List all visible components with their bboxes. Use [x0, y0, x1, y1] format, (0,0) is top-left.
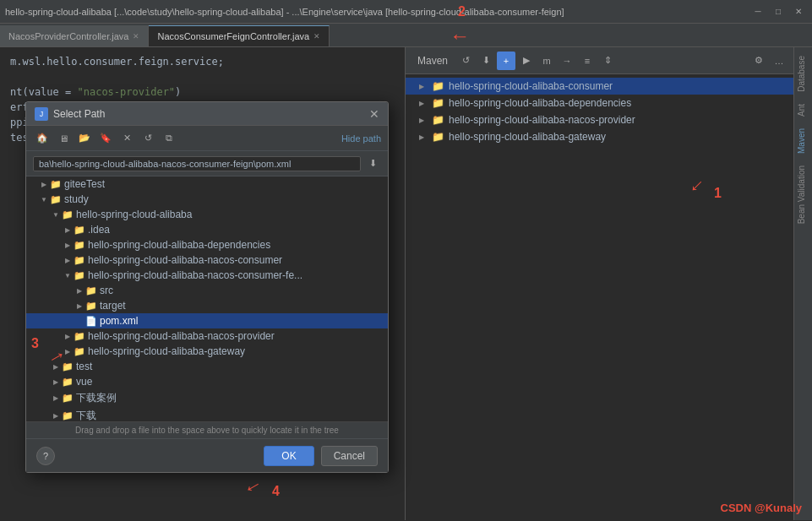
- file-tree[interactable]: ▶ 📁 giteeTest ▼ 📁 study ▼ 📁 hello-spring…: [26, 176, 388, 421]
- bookmark-btn[interactable]: 🔖: [96, 129, 115, 148]
- cancel-button[interactable]: Cancel: [321, 446, 378, 466]
- tree-item-vue[interactable]: ▶ 📁 vue: [26, 374, 388, 389]
- folder-btn[interactable]: 📂: [75, 129, 94, 148]
- tree-item-label: vue: [76, 376, 92, 388]
- folder-icon: 📁: [62, 410, 74, 421]
- folder-icon: 📁: [74, 346, 85, 357]
- tree-item-study[interactable]: ▼ 📁 study: [26, 192, 388, 207]
- tree-item-label: study: [64, 193, 89, 205]
- tree-item-dependencies[interactable]: ▶ 📁 hello-spring-cloud-alibaba-dependenc…: [26, 237, 388, 252]
- tree-item-alibaba[interactable]: ▼ 📁 hello-spring-cloud-alibaba: [26, 207, 388, 222]
- help-button[interactable]: ?: [36, 447, 55, 465]
- path-input[interactable]: [33, 156, 361, 171]
- folder-icon: 📁: [50, 194, 62, 205]
- tree-item-download-cases[interactable]: ▶ 📁 下载案例: [26, 389, 388, 407]
- dialog-title-icon: J: [35, 107, 48, 121]
- dialog-title: Select Path: [53, 108, 369, 120]
- tree-arrow: ▶: [38, 181, 50, 188]
- tree-item-consumer[interactable]: ▶ 📁 hello-spring-cloud-alibaba-nacos-con…: [26, 252, 388, 268]
- tree-item-src[interactable]: ▶ 📁 src: [26, 283, 388, 298]
- tree-item-label: hello-spring-cloud-alibaba-gateway: [88, 345, 245, 357]
- folder-icon: 📁: [74, 225, 85, 236]
- dialog-overlay: J Select Path ✕ 🏠 🖥 📂 🔖 ✕ ↺ ⧉ Hide path …: [0, 0, 812, 521]
- tree-item-idea[interactable]: ▶ 📁 .idea: [26, 222, 388, 237]
- delete-btn[interactable]: ✕: [117, 129, 136, 148]
- folder-icon: 📁: [62, 209, 74, 220]
- desktop-btn[interactable]: 🖥: [54, 129, 73, 148]
- tree-arrow: ▶: [50, 378, 62, 386]
- tree-item-gateway[interactable]: ▶ 📁 hello-spring-cloud-alibaba-gateway: [26, 344, 388, 359]
- tree-arrow: ▶: [62, 348, 74, 355]
- tree-item-nacos-provider[interactable]: ▶ 📁 hello-spring-cloud-alibaba-nacos-pro…: [26, 328, 388, 344]
- tree-item-label: pom.xml: [100, 315, 138, 327]
- tree-arrow: ▼: [50, 211, 62, 219]
- folder-icon: 📁: [85, 285, 97, 296]
- tree-item-consumer-feign[interactable]: ▼ 📁 hello-spring-cloud-alibaba-nacos-con…: [26, 268, 388, 283]
- ok-button[interactable]: OK: [264, 446, 313, 466]
- refresh-btn[interactable]: ↺: [139, 129, 157, 148]
- watermark: CSDN @Kunaly: [721, 502, 802, 514]
- tree-arrow: ▶: [62, 226, 74, 234]
- folder-icon: 📁: [62, 361, 74, 372]
- tree-arrow: ▼: [62, 272, 74, 279]
- dialog-toolbar: 🏠 🖥 📂 🔖 ✕ ↺ ⧉ Hide path: [26, 126, 388, 151]
- tree-item-label: hello-spring-cloud-alibaba-nacos-consume…: [88, 269, 302, 281]
- drag-hint: Drag and drop a file into the space abov…: [26, 421, 388, 438]
- tree-arrow: ▶: [62, 333, 74, 340]
- tree-arrow: ▼: [38, 196, 50, 204]
- tree-item-giteetest[interactable]: ▶ 📁 giteeTest: [26, 176, 388, 192]
- tree-item-download[interactable]: ▶ 📁 下载: [26, 407, 388, 421]
- folder-icon: 📁: [85, 301, 97, 312]
- folder-icon: 📁: [74, 255, 85, 266]
- tree-item-target[interactable]: ▶ 📁 target: [26, 298, 388, 313]
- tree-item-label: hello-spring-cloud-alibaba-nacos-consume…: [88, 254, 282, 266]
- tree-item-label: 下载案例: [76, 391, 117, 405]
- folder-icon: 📁: [74, 331, 85, 342]
- path-input-bar: ⬇: [26, 151, 388, 176]
- tree-item-label: target: [100, 300, 126, 312]
- folder-icon: 📁: [62, 393, 74, 404]
- tree-item-label: hello-spring-cloud-alibaba: [76, 209, 192, 220]
- tree-arrow: ▶: [74, 302, 85, 310]
- folder-icon: 📁: [74, 240, 85, 251]
- tree-arrow: ▶: [62, 242, 74, 249]
- dialog-footer: ? OK Cancel: [26, 438, 388, 472]
- tree-item-label: test: [76, 361, 92, 372]
- tree-item-label: 下载: [76, 409, 96, 421]
- dialog-close-btn[interactable]: ✕: [369, 107, 379, 121]
- copy-btn[interactable]: ⧉: [160, 129, 178, 148]
- xml-file-icon: 📄: [85, 316, 97, 327]
- tree-item-label: giteeTest: [64, 178, 105, 190]
- tree-arrow: ▶: [74, 287, 85, 295]
- tree-item-pom-xml[interactable]: 📄 pom.xml: [26, 313, 388, 328]
- tree-item-label: hello-spring-cloud-alibaba-dependencies: [88, 239, 270, 251]
- select-path-dialog: J Select Path ✕ 🏠 🖥 📂 🔖 ✕ ↺ ⧉ Hide path …: [25, 101, 389, 473]
- tree-item-test[interactable]: ▶ 📁 test: [26, 359, 388, 374]
- tree-arrow: [74, 317, 85, 325]
- path-refresh-icon[interactable]: ⬇: [364, 155, 381, 172]
- tree-item-label: hello-spring-cloud-alibaba-nacos-provide…: [88, 330, 275, 342]
- tree-item-label: .idea: [88, 224, 110, 236]
- tree-arrow: ▶: [50, 394, 62, 402]
- tree-arrow: ▶: [50, 363, 62, 371]
- tree-item-label: src: [100, 285, 113, 296]
- folder-icon: 📁: [62, 377, 74, 388]
- hide-path-link[interactable]: Hide path: [341, 133, 381, 144]
- folder-icon: 📁: [74, 270, 85, 281]
- tree-arrow: ▶: [50, 412, 62, 420]
- tree-arrow: ▶: [62, 257, 74, 264]
- dialog-header: J Select Path ✕: [26, 102, 388, 126]
- folder-icon: 📁: [50, 179, 62, 190]
- folder-up-btn[interactable]: 🏠: [33, 129, 52, 148]
